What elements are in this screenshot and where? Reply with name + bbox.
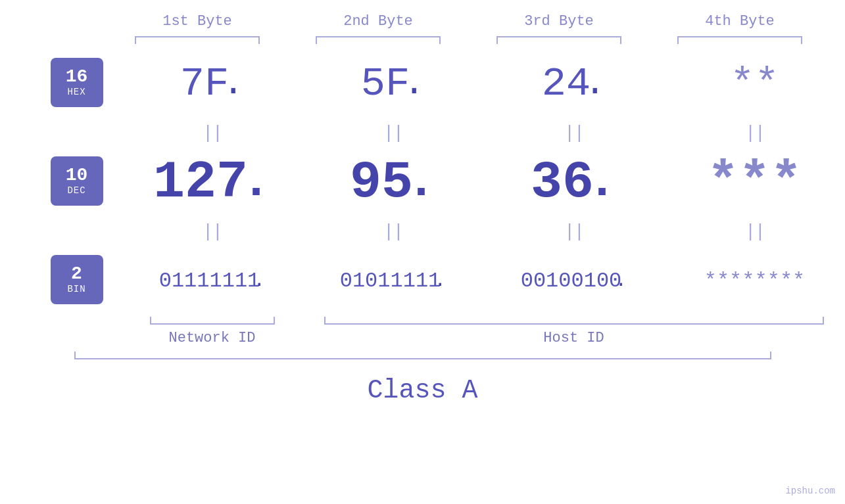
byte1-header: 1st Byte xyxy=(107,13,288,30)
eq1-sign-4: || xyxy=(745,123,765,143)
dec-badge: 10 DEC xyxy=(51,156,103,206)
eq2-sign-1: || xyxy=(203,221,222,242)
bracket-cell-4 xyxy=(650,36,831,44)
dec-val-3: 36 xyxy=(531,152,594,212)
byte-headers: 1st Byte 2nd Byte 3rd Byte 4th Byte xyxy=(0,13,845,30)
bracket-3 xyxy=(496,36,621,44)
bracket-cell-2 xyxy=(288,36,469,44)
byte2-header: 2nd Byte xyxy=(288,13,469,30)
bracket-4 xyxy=(677,36,802,44)
network-bracket-line xyxy=(150,317,275,325)
dec-dot-2: . xyxy=(406,154,436,210)
bin-label: BIN xyxy=(67,284,85,294)
byte3-header: 3rd Byte xyxy=(469,13,650,30)
hex-dot-3: . xyxy=(584,63,606,104)
bin-num: 2 xyxy=(71,264,82,285)
main-container: 1st Byte 2nd Byte 3rd Byte 4th Byte 16 H… xyxy=(0,0,845,504)
hex-cell-4: ** xyxy=(664,60,845,107)
dec-dot-3: . xyxy=(587,154,617,210)
hex-cell-2: 5F . xyxy=(302,60,483,107)
network-id-label: Network ID xyxy=(168,330,255,346)
bin-val-1: 01111111 xyxy=(159,269,260,293)
dec-cell-2: 95 . xyxy=(302,152,483,212)
left-labels: 16 HEX 10 DEC 2 BIN xyxy=(32,51,122,313)
bin-val-4: ******** xyxy=(704,269,806,293)
dec-cell-3: 36 . xyxy=(483,152,664,212)
dec-label: DEC xyxy=(67,185,85,196)
eq2-sign-2: || xyxy=(383,221,403,242)
dec-val-4: *** xyxy=(707,152,802,212)
eq1-cell-2: || xyxy=(302,123,483,143)
hex-label: HEX xyxy=(67,87,85,97)
hex-cell-3: 24 . xyxy=(483,60,664,107)
class-label: Class A xyxy=(367,376,477,405)
eq2-sign-3: || xyxy=(564,221,584,242)
class-row: Class A xyxy=(0,376,845,405)
eq1-sign-2: || xyxy=(383,123,403,143)
bin-val-2: 01011111 xyxy=(340,269,441,293)
host-id-label: Host ID xyxy=(543,330,604,346)
bin-cell-4: ******** xyxy=(664,269,845,293)
eq1-sign-3: || xyxy=(564,123,584,143)
bin-val-3: 00100100 xyxy=(521,269,622,293)
dec-num: 10 xyxy=(66,166,88,186)
hex-badge: 16 HEX xyxy=(51,58,103,107)
eq1-cell-1: || xyxy=(122,123,302,143)
eq2-cell-2: || xyxy=(302,221,483,242)
bracket-cell-1 xyxy=(107,36,288,44)
eq1-cell-4: || xyxy=(664,123,845,143)
dec-cell-4: *** xyxy=(664,152,845,212)
host-bracket-line xyxy=(324,317,824,325)
bracket-cell-3 xyxy=(469,36,650,44)
hex-val-4: ** xyxy=(730,60,779,107)
bin-cell-2: 01011111 . xyxy=(302,269,483,293)
eq1-cell-3: || xyxy=(483,123,664,143)
bin-dot-3: . xyxy=(615,269,627,292)
eq2-cell-1: || xyxy=(122,221,302,242)
host-id-bracket: Host ID xyxy=(302,317,845,346)
hex-num: 16 xyxy=(66,67,88,87)
eq2-cell-4: || xyxy=(664,221,845,242)
eq2-cell-3: || xyxy=(483,221,664,242)
network-id-bracket: Network ID xyxy=(122,317,302,346)
dec-cell-1: 127 . xyxy=(122,152,302,212)
dec-val-1: 127 xyxy=(153,152,248,212)
hex-cell-1: 7F . xyxy=(122,60,302,107)
bin-cell-3: 00100100 . xyxy=(483,269,664,293)
wide-bracket xyxy=(74,352,771,359)
hex-row: 7F . 5F . 24 . ** xyxy=(122,51,845,116)
bin-dot-1: . xyxy=(253,269,265,292)
wide-bracket-row xyxy=(0,352,845,359)
equals-row-2: || || || || xyxy=(122,215,845,248)
bin-row: 01111111 . 01011111 . 00100100 . *******… xyxy=(122,248,845,313)
byte4-header: 4th Byte xyxy=(650,13,831,30)
dec-dot-1: . xyxy=(241,154,271,210)
hex-val-3: 24 xyxy=(542,60,591,107)
hex-dot-1: . xyxy=(222,63,244,104)
watermark: ipshu.com xyxy=(785,486,835,496)
top-brackets xyxy=(0,36,845,44)
bracket-2 xyxy=(316,36,441,44)
rows-container: 7F . 5F . 24 . ** || xyxy=(122,51,845,346)
eq1-sign-1: || xyxy=(203,123,222,143)
equals-row-1: || || || || xyxy=(122,116,845,149)
dec-row: 127 . 95 . 36 . *** xyxy=(122,149,845,215)
hex-val-1: 7F xyxy=(180,60,229,107)
bin-cell-1: 01111111 . xyxy=(122,269,302,293)
bin-badge: 2 BIN xyxy=(51,255,103,304)
bracket-1 xyxy=(135,36,260,44)
hex-val-2: 5F xyxy=(361,60,410,107)
bin-dot-2: . xyxy=(434,269,446,292)
eq2-sign-4: || xyxy=(745,221,765,242)
hex-dot-2: . xyxy=(403,63,425,104)
bottom-brackets: Network ID Host ID xyxy=(122,317,845,346)
dec-val-2: 95 xyxy=(350,152,413,212)
